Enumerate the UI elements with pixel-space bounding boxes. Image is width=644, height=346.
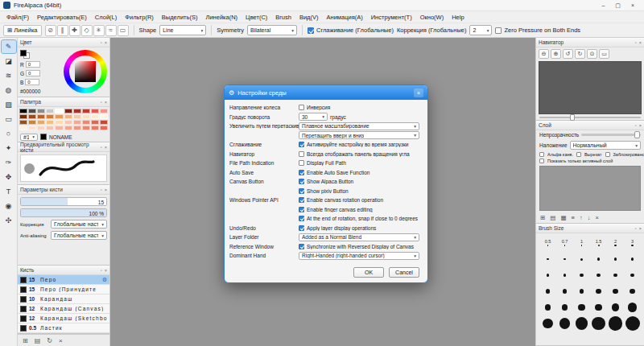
- shape-combo[interactable]: Line ▾: [159, 25, 206, 35]
- dialog-checkbox[interactable]: [299, 179, 304, 184]
- palette-swatch[interactable]: [100, 126, 108, 130]
- snap-vanishing-icon[interactable]: ◇: [81, 25, 93, 36]
- antialias-param-combo[interactable]: Глобальные настройки ▾: [51, 231, 107, 240]
- ok-button[interactable]: OK: [353, 267, 384, 278]
- palette-swatch[interactable]: [55, 114, 63, 119]
- dialog-title-bar[interactable]: ⚙ Настройки среды ×: [225, 85, 427, 100]
- add-brush-icon[interactable]: ⊞: [23, 337, 28, 344]
- dialog-checkbox[interactable]: [299, 207, 304, 212]
- menu-item-2[interactable]: Слой(L): [91, 14, 121, 21]
- snap-radial-icon[interactable]: ✳: [93, 25, 105, 36]
- menu-item-4[interactable]: Выделить(S): [158, 14, 202, 21]
- maximize-icon[interactable]: ▢: [615, 2, 621, 9]
- palette-swatch[interactable]: [73, 120, 81, 125]
- color-wheel[interactable]: [64, 50, 107, 93]
- delete-layer-icon[interactable]: ×: [595, 214, 598, 221]
- palette-swatch[interactable]: [82, 120, 90, 125]
- brush-list-item[interactable]: 12Карандаш (Sketchbook): [18, 314, 109, 323]
- brush-size-option[interactable]: [624, 267, 641, 283]
- zoom-out-icon[interactable]: ⊖: [539, 49, 549, 59]
- g-input[interactable]: 0: [26, 70, 40, 76]
- brush-list-item[interactable]: 0.5Ластик: [18, 323, 109, 333]
- palette-swatch[interactable]: [19, 126, 27, 130]
- symmetry-combo[interactable]: Bilateral ▾: [247, 25, 297, 35]
- lasso-tool-icon[interactable]: ○: [2, 127, 16, 140]
- merge-layer-icon[interactable]: ≡: [571, 214, 574, 221]
- duplicate-layer-icon[interactable]: ▦: [560, 214, 566, 221]
- brush-size-option[interactable]: [607, 299, 624, 315]
- palette-swatch[interactable]: [19, 114, 27, 119]
- dialog-combo[interactable]: Added as a Normal Blend▾: [299, 233, 419, 241]
- clipping-checkbox[interactable]: [576, 152, 581, 157]
- palette-swatch[interactable]: [28, 126, 36, 130]
- dialog-checkbox[interactable]: [299, 216, 304, 221]
- brush-size-option[interactable]: [607, 251, 624, 267]
- menu-item-5[interactable]: Линейка(N): [201, 14, 242, 21]
- brush-size-option[interactable]: [607, 315, 624, 332]
- brush-size-option[interactable]: [573, 267, 590, 283]
- brush-list-item[interactable]: 12Карандаш (Canvas): [18, 304, 109, 314]
- rotate-ccw-icon[interactable]: ↺: [563, 49, 573, 59]
- palette-swatch[interactable]: [73, 109, 81, 113]
- r-input[interactable]: 0: [26, 61, 40, 68]
- palette-swatch[interactable]: [37, 114, 45, 119]
- show-active-only-checkbox[interactable]: [539, 159, 544, 163]
- brush-size-option[interactable]: [590, 283, 607, 299]
- dialog-checkbox[interactable]: [299, 142, 304, 147]
- palette-swatch[interactable]: [91, 126, 99, 130]
- dialog-checkbox[interactable]: [299, 160, 304, 166]
- dialog-checkbox[interactable]: [299, 105, 304, 110]
- brush-size-option[interactable]: [573, 251, 590, 267]
- fg-bg-color-chips[interactable]: [20, 50, 31, 59]
- dialog-checkbox[interactable]: [299, 197, 304, 203]
- magic-wand-tool-icon[interactable]: ✦: [2, 142, 16, 154]
- menu-item-6[interactable]: Цвет(C): [242, 14, 271, 21]
- sv-square[interactable]: [75, 61, 96, 82]
- palette-swatch[interactable]: [37, 109, 45, 113]
- blend-mode-combo[interactable]: Нормальный ▾: [570, 141, 641, 150]
- menu-item-3[interactable]: Фильтр(R): [121, 14, 158, 21]
- snap-parallel-icon[interactable]: ∥: [57, 25, 68, 36]
- navigator-preview[interactable]: [539, 61, 642, 114]
- fit-window-icon[interactable]: ▭: [599, 49, 609, 59]
- palette-swatch[interactable]: [55, 126, 63, 130]
- palette-swatch[interactable]: [64, 109, 72, 113]
- palette-swatch[interactable]: [100, 114, 108, 119]
- palette-swatch[interactable]: [100, 120, 108, 125]
- panel-close-icon[interactable]: ×: [105, 268, 107, 273]
- palette-swatch[interactable]: [46, 120, 54, 125]
- minimize-icon[interactable]: –: [601, 2, 605, 9]
- panel-close-icon[interactable]: ×: [105, 187, 107, 192]
- menu-item-1[interactable]: Редактировать(E): [33, 14, 91, 21]
- menu-item-9[interactable]: Анимация(A): [323, 14, 367, 21]
- bucket-tool-icon[interactable]: ◍: [2, 84, 16, 97]
- palette-swatch[interactable]: [46, 114, 54, 119]
- brush-size-option[interactable]: [539, 299, 556, 315]
- brush-size-option[interactable]: 1.5: [590, 235, 607, 251]
- dialog-checkbox[interactable]: [299, 244, 304, 249]
- palette-slot-combo[interactable]: #1 ▾: [20, 134, 38, 141]
- lock-checkbox[interactable]: [605, 152, 610, 157]
- panel-float-icon[interactable]: ▫: [101, 145, 102, 150]
- panel-float-icon[interactable]: ▫: [635, 226, 637, 231]
- palette-swatch[interactable]: [19, 120, 27, 125]
- brush-size-option[interactable]: [573, 283, 590, 299]
- reload-brush-icon[interactable]: ↻: [47, 337, 52, 344]
- brush-size-option[interactable]: [590, 299, 607, 315]
- panel-close-icon[interactable]: ×: [105, 40, 107, 45]
- palette-swatch[interactable]: [28, 120, 36, 125]
- correction-stepper[interactable]: 2 ▾: [469, 25, 492, 35]
- menu-item-12[interactable]: Help: [448, 14, 468, 21]
- brush-size-option[interactable]: [590, 251, 607, 267]
- b-input[interactable]: 0: [25, 79, 39, 85]
- brush-size-option[interactable]: [624, 283, 641, 299]
- palette-swatch[interactable]: [46, 109, 54, 113]
- palette-swatch[interactable]: [91, 120, 99, 125]
- brush-folder-icon[interactable]: ▤: [35, 337, 41, 344]
- dialog-combo[interactable]: Перетащить вверх и вниз▾: [299, 131, 419, 139]
- palette-swatch[interactable]: [37, 126, 45, 130]
- brush-size-option[interactable]: [590, 315, 607, 332]
- brush-size-option[interactable]: 2: [607, 235, 624, 251]
- palette-swatch[interactable]: [28, 114, 36, 119]
- brush-size-option[interactable]: [539, 283, 556, 299]
